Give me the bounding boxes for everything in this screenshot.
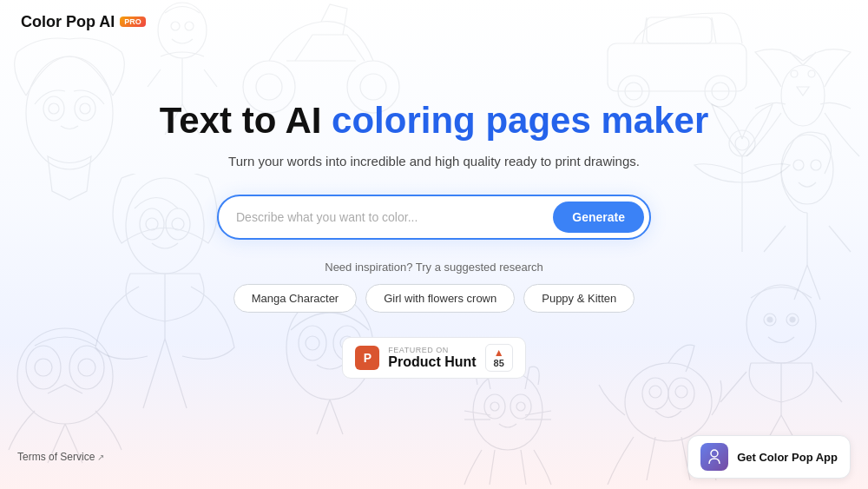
tag-manga-character[interactable]: Manga Character (233, 284, 357, 313)
ph-count: 85 (494, 358, 504, 368)
header: Color Pop AI PRO (0, 0, 868, 43)
product-hunt-badge[interactable]: P FEATURED ON Product Hunt ▲ 85 (342, 337, 525, 379)
suggestion-tags: Manga Character Girl with flowers crown … (122, 284, 746, 313)
ph-upvote[interactable]: ▲ 85 (485, 344, 513, 372)
svg-point-59 (793, 160, 804, 170)
tag-girl-flowers[interactable]: Girl with flowers crown (365, 284, 515, 313)
svg-point-46 (649, 386, 661, 398)
svg-point-47 (675, 386, 687, 398)
svg-point-36 (767, 317, 773, 322)
svg-point-45 (668, 378, 694, 409)
subtitle: Turn your words into incredible and high… (122, 154, 746, 169)
svg-point-18 (49, 103, 59, 114)
svg-point-60 (811, 160, 821, 170)
svg-point-52 (516, 402, 525, 411)
svg-point-16 (43, 96, 64, 121)
headline-part2: coloring pages maker (332, 99, 708, 140)
tag-puppy-kitten[interactable]: Puppy & Kitten (523, 284, 635, 313)
svg-point-17 (75, 96, 95, 121)
svg-point-44 (642, 378, 668, 409)
svg-point-38 (17, 328, 113, 424)
terms-link[interactable]: Terms of Service ↗ (17, 451, 104, 463)
svg-point-42 (78, 359, 95, 376)
svg-point-41 (35, 359, 52, 376)
ph-name: Product Hunt (388, 354, 476, 370)
app-icon (700, 443, 728, 471)
svg-point-58 (781, 135, 833, 204)
external-link-icon: ↗ (97, 453, 104, 462)
logo-text: Color Pop AI (21, 13, 115, 31)
pro-badge: PRO (120, 17, 146, 27)
svg-point-2 (256, 74, 282, 100)
generate-button[interactable]: Generate (553, 202, 644, 233)
ph-logo-icon: P (355, 346, 379, 370)
ph-featured-on: FEATURED ON (388, 346, 476, 354)
footer: Terms of Service ↗ Get Color Pop App (0, 435, 868, 479)
terms-text: Terms of Service (17, 451, 95, 463)
svg-point-14 (808, 70, 815, 77)
svg-point-3 (360, 74, 386, 100)
svg-point-13 (791, 70, 798, 77)
svg-point-15 (26, 56, 113, 169)
ph-arrow-icon: ▲ (494, 347, 504, 358)
search-bar: Generate (217, 195, 651, 240)
get-app-button[interactable]: Get Color Pop App (687, 435, 851, 479)
logo-area[interactable]: Color Pop AI PRO (21, 13, 146, 31)
headline: Text to AI coloring pages maker (122, 99, 746, 141)
svg-point-61 (711, 450, 718, 457)
svg-point-39 (26, 346, 61, 389)
svg-point-40 (69, 346, 104, 389)
svg-point-19 (80, 103, 90, 114)
svg-point-51 (490, 402, 499, 411)
get-app-text: Get Color Pop App (737, 451, 838, 464)
suggestion-label: Need inspiration? Try a suggested resear… (122, 261, 746, 274)
search-input[interactable] (236, 210, 553, 224)
svg-point-37 (790, 317, 795, 322)
headline-part1: Text to AI (160, 99, 332, 140)
